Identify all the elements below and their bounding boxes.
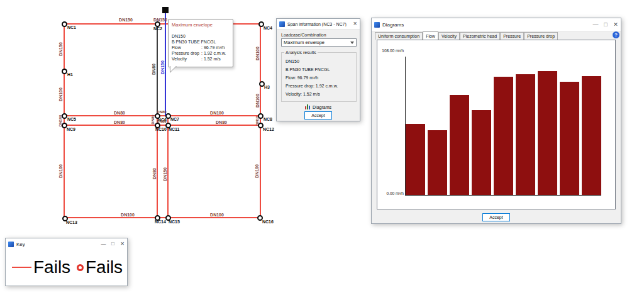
tooltip-row: Velocity : 1.52 m/s — [172, 56, 230, 62]
maximize-icon[interactable]: □ — [108, 238, 118, 250]
accept-button[interactable]: Accept — [304, 111, 332, 120]
flow-bar — [516, 74, 535, 195]
dialog-title-bar[interactable]: Span information (NC3 - NC7) ✕ — [277, 19, 360, 30]
flow-bar — [406, 124, 425, 195]
close-icon[interactable]: ✕ — [611, 18, 621, 31]
pipe-label: DN150 — [163, 167, 167, 181]
diagrams-link[interactable]: Diagrams — [277, 104, 360, 109]
result-line: DN150 — [286, 59, 299, 64]
node-label: H1 — [67, 72, 73, 77]
tab-velocity[interactable]: Velocity — [438, 32, 460, 40]
chevron-down-icon — [350, 42, 354, 44]
pipe-label: DN100 — [255, 164, 259, 178]
flow-bar — [494, 77, 513, 195]
tooltip-key: Flow — [172, 45, 201, 50]
x-axis — [405, 195, 601, 196]
tooltip-value: : 96.79 m³/h — [201, 45, 225, 50]
tooltip-value: : 1.52 m/s — [201, 56, 221, 62]
network-node[interactable] — [155, 113, 160, 119]
pipe-label: DN150 — [160, 60, 165, 74]
node-label: NC11 — [169, 127, 180, 131]
pipe-edge[interactable] — [65, 217, 260, 218]
pipe-edge[interactable] — [64, 115, 260, 116]
loadcase-value: Maximum envelope — [284, 40, 325, 45]
tab-pressure-drop[interactable]: Pressure drop — [524, 32, 558, 40]
node-label: H3 — [264, 85, 270, 89]
key-window: Key — □ ✕ Fails Fails — [5, 238, 128, 286]
network-node[interactable] — [155, 21, 160, 27]
pipe-edge[interactable] — [260, 24, 261, 218]
source-node[interactable] — [162, 7, 169, 13]
network-node[interactable] — [62, 123, 67, 128]
pipe-edge[interactable] — [165, 13, 166, 116]
network-node[interactable] — [258, 113, 264, 119]
tooltip-title: Maximum envelope — [172, 22, 230, 28]
flow-chart: 108.00 m³/h 0.00 m³/h — [377, 40, 616, 209]
tooltip-key: Velocity — [172, 56, 201, 62]
pipe-label: DN80 — [114, 120, 125, 125]
app-icon — [279, 21, 285, 27]
pipe-edge[interactable] — [157, 24, 158, 116]
loadcase-select[interactable]: Maximum envelope — [281, 38, 357, 47]
node-label: NC9 — [67, 127, 75, 131]
node-label: NC16 — [262, 220, 274, 224]
pipe-label: DN150 — [153, 18, 167, 22]
tab-flow[interactable]: Flow — [423, 31, 438, 40]
pipe-label: DN100 — [121, 213, 135, 217]
tooltip-row: Flow : 96.79 m³/h — [172, 45, 230, 50]
y-axis-max-label: 108.00 m³/h — [378, 48, 404, 53]
network-node[interactable] — [258, 21, 264, 27]
pipe-label: DN100 — [210, 213, 224, 217]
network-node[interactable] — [165, 113, 171, 119]
tooltip-line: B PN30 TUBE FNCGL — [172, 39, 230, 45]
node-label: NC5 — [67, 117, 76, 121]
network-node[interactable] — [62, 113, 67, 119]
analysis-results-title: Analysis results — [284, 50, 318, 55]
help-button[interactable]: ? — [613, 31, 619, 38]
minimize-icon[interactable]: — — [591, 18, 601, 31]
pipe-label: DN80 — [216, 120, 227, 125]
window-title: Key — [16, 242, 25, 247]
network-canvas[interactable]: Maximum envelope DN150 B PN30 TUBE FNCGL… — [0, 0, 302, 239]
network-node[interactable] — [165, 215, 171, 221]
tab-pressure[interactable]: Pressure — [500, 32, 524, 40]
accept-button[interactable]: Accept — [482, 213, 510, 221]
network-node[interactable] — [62, 21, 67, 27]
pipe-label: DN100 — [210, 111, 224, 115]
pipe-edge[interactable] — [64, 24, 65, 218]
window-title-bar[interactable]: Key — □ ✕ — [6, 238, 127, 250]
network-node[interactable] — [165, 123, 171, 128]
flow-bar — [428, 130, 447, 195]
pipe-label: DN100 — [255, 47, 260, 60]
close-icon[interactable]: ✕ — [350, 19, 360, 29]
network-node[interactable] — [62, 69, 67, 74]
result-line: B PN30 TUBE FNCGL — [286, 67, 330, 72]
tab-uniform-consumption[interactable]: Uniform consumption — [375, 32, 423, 40]
network-node[interactable] — [155, 123, 160, 128]
tooltip-line: DN150 — [172, 33, 230, 39]
span-info-dialog: Span information (NC3 - NC7) ✕ Loadcase/… — [276, 18, 360, 121]
network-node[interactable] — [62, 216, 68, 221]
pipe-label: DN100 — [255, 94, 260, 108]
maximize-icon[interactable]: □ — [601, 18, 611, 31]
network-node[interactable] — [155, 215, 160, 221]
tab-piezometric-head[interactable]: Piezometric head — [460, 32, 500, 40]
flow-bar — [560, 82, 579, 195]
network-node[interactable] — [259, 81, 265, 87]
diagrams-window: Diagrams — □ ✕ ? Uniform consumptionFlow… — [371, 18, 621, 224]
window-title-bar[interactable]: Diagrams — □ ✕ — [372, 18, 621, 31]
tooltip-value: : 1.92 c.m.w. — [201, 50, 226, 56]
network-node[interactable] — [257, 215, 263, 221]
dialog-title: Span information (NC3 - NC7) — [287, 22, 347, 26]
pipe-label: DN150 — [119, 18, 133, 22]
window-title: Diagrams — [382, 22, 404, 28]
node-label: NC12 — [263, 127, 274, 131]
pipe-label: DN150 — [58, 42, 63, 56]
result-line: Velocity: 1.52 m/s — [286, 92, 320, 96]
pipe-edge[interactable] — [64, 125, 260, 126]
network-node[interactable] — [258, 123, 264, 128]
close-icon[interactable]: ✕ — [118, 238, 127, 250]
minimize-icon[interactable]: — — [99, 238, 108, 250]
fails-dot-label: Fails — [86, 257, 123, 277]
key-body: Fails Fails — [6, 250, 127, 286]
